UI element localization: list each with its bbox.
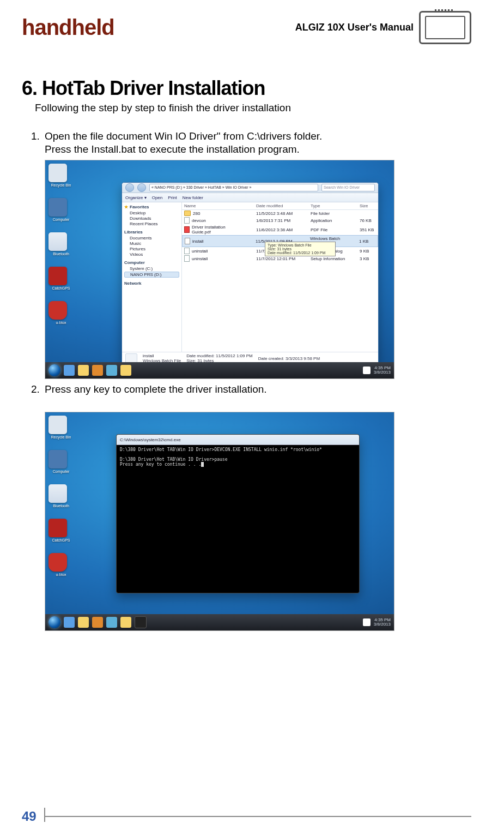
desktop-icon-computer[interactable]: Computer	[48, 450, 74, 473]
desktop-icon-bluetooth[interactable]: Bluetooth	[48, 232, 74, 256]
explorer-window[interactable]: « NANO PRS (D:) » 330 Driver » HotTAB » …	[122, 182, 379, 363]
folder-icon	[184, 211, 191, 216]
file-row[interactable]: devcon1/6/2013 7:31 PMApplication76 KB	[182, 217, 378, 224]
desktop-icon-recycle[interactable]: Recycle Bin	[48, 164, 74, 187]
start-button[interactable]	[48, 364, 60, 376]
nav-documents[interactable]: Documents	[124, 236, 179, 241]
taskbar[interactable]: 4:35 PM3/8/2013	[45, 614, 394, 630]
brand-logo: handheld	[22, 15, 114, 40]
desktop-icon-computer[interactable]: Computer	[48, 198, 74, 221]
status-bar: installWindows Batch File Date modified:…	[122, 352, 378, 363]
file-row[interactable]: Driver Installation Guide.pdf11/6/2012 3…	[182, 224, 378, 235]
toolbar-open[interactable]: Open	[152, 195, 163, 200]
clock[interactable]: 4:35 PM3/8/2013	[374, 366, 391, 375]
col-type[interactable]: Type	[311, 203, 349, 208]
col-name[interactable]: Name	[184, 203, 245, 208]
taskbar-app-icon[interactable]	[106, 365, 117, 376]
step-1-line2: Press the Install.bat to execute the ins…	[45, 143, 471, 155]
taskbar-ie-icon[interactable]	[64, 617, 75, 628]
pdf-icon	[184, 226, 190, 233]
nav-music[interactable]: Music	[124, 241, 179, 246]
cmd-title: C:\Windows\system32\cmd.exe	[117, 435, 359, 445]
taskbar-cmd-icon[interactable]	[135, 616, 147, 628]
toolbar-print[interactable]: Print	[168, 195, 177, 200]
cmd-body: D:\380 Driver\Hot TAB\Win IO Driver>DEVC…	[117, 445, 359, 469]
manual-title: ALGIZ 10X User's Manual	[295, 22, 414, 33]
nav-nano[interactable]: NANO PRS (D:)	[124, 272, 179, 278]
cmd-window[interactable]: C:\Windows\system32\cmd.exe D:\380 Drive…	[116, 434, 360, 593]
desktop-icon-recycle[interactable]: Recycle Bin	[48, 416, 74, 439]
file-row[interactable]: 28011/5/2012 3:48 AMFile folder	[182, 210, 378, 217]
taskbar-folder-icon[interactable]	[120, 365, 131, 376]
desktop-icon-ublox[interactable]: u-blox	[48, 553, 74, 576]
taskbar-ie-icon[interactable]	[64, 365, 75, 376]
desktop-icon-catchgps[interactable]: CatchGPS	[48, 267, 74, 290]
forward-button[interactable]	[137, 183, 146, 192]
action-center-icon[interactable]	[363, 618, 371, 626]
step-2: Press any key to complete the driver ins…	[42, 383, 471, 631]
step-2-line1: Press any key to complete the driver ins…	[45, 383, 267, 395]
taskbar[interactable]: 4:35 PM3/8/2013	[45, 362, 394, 379]
back-button[interactable]	[125, 183, 134, 192]
header: handheld ALGIZ 10X User's Manual	[22, 11, 471, 44]
nav-sysc[interactable]: System (C:)	[124, 266, 179, 271]
taskbar-explorer-icon[interactable]	[78, 617, 89, 628]
page-number: 49	[22, 806, 44, 824]
file-icon	[184, 217, 190, 224]
file-icon	[184, 255, 190, 262]
clock[interactable]: 4:35 PM3/8/2013	[374, 618, 391, 627]
taskbar-media-icon[interactable]	[92, 617, 103, 628]
section-subtitle: Following the step by step to finish the…	[35, 102, 471, 114]
col-size[interactable]: Size	[360, 203, 376, 208]
screenshot-2: Recycle Bin Computer Bluetooth CatchGPS …	[45, 412, 394, 631]
desktop-icon-bluetooth[interactable]: Bluetooth	[48, 484, 74, 508]
file-icon	[184, 248, 190, 254]
taskbar-folder-icon[interactable]	[120, 617, 131, 628]
nav-pane[interactable]: ★Favorites Desktop Downloads Recent Plac…	[122, 202, 182, 352]
toolbar-newfolder[interactable]: New folder	[183, 195, 203, 200]
cursor-icon	[201, 462, 204, 467]
taskbar-explorer-icon[interactable]	[78, 365, 89, 376]
toolbar-organize[interactable]: Organize ▾	[125, 195, 147, 200]
taskbar-app-icon[interactable]	[106, 617, 117, 628]
device-icon	[419, 11, 471, 44]
address-bar[interactable]: « NANO PRS (D:) » 330 Driver » HotTAB » …	[149, 184, 318, 191]
start-button[interactable]	[48, 616, 60, 628]
action-center-icon[interactable]	[363, 367, 371, 374]
step-1-line1: Open the file document Win IO Driver" fr…	[45, 130, 322, 142]
taskbar-media-icon[interactable]	[92, 365, 103, 376]
nav-recent[interactable]: Recent Places	[124, 221, 179, 226]
search-input[interactable]: Search Win IO Driver	[321, 184, 375, 191]
nav-downloads[interactable]: Downloads	[124, 216, 179, 221]
col-date[interactable]: Date modified	[256, 203, 300, 208]
favorites-icon: ★	[124, 205, 128, 209]
screenshot-1: Recycle Bin Computer Bluetooth CatchGPS …	[45, 160, 394, 379]
desktop-icon-catchgps[interactable]: CatchGPS	[48, 519, 74, 542]
nav-pictures[interactable]: Pictures	[124, 247, 179, 251]
tooltip: Type: Windows Batch File Size: 31 bytes …	[265, 242, 336, 256]
desktop-icon-ublox[interactable]: u-blox	[48, 301, 74, 325]
nav-videos[interactable]: Videos	[124, 252, 179, 257]
footer: 49	[22, 806, 471, 824]
step-1: Open the file document Win IO Driver" fr…	[42, 130, 471, 379]
batch-icon	[185, 238, 190, 244]
nav-desktop[interactable]: Desktop	[124, 211, 179, 215]
file-pane[interactable]: Name Date modified Type Size 28011/5/201…	[182, 202, 378, 352]
section-heading: 6. HotTab Driver Installation	[22, 77, 471, 100]
